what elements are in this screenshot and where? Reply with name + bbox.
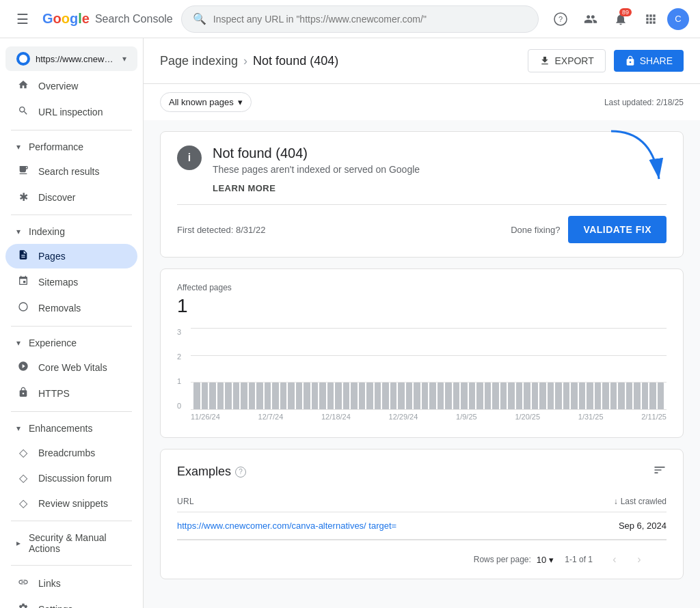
chart-bar	[327, 383, 334, 409]
page-info: 1-1 of 1	[565, 555, 593, 564]
chart-bar	[642, 383, 649, 409]
sidebar-item-search-results[interactable]: Search results	[5, 159, 137, 184]
x-label-6: 1/31/25	[578, 413, 604, 424]
home-icon	[16, 79, 30, 93]
status-card-header: i Not found (404) These pages aren't ind…	[177, 146, 667, 193]
enhancements-arrow: ▾	[16, 424, 21, 433]
rows-per-page-label: Rows per page:	[474, 555, 531, 564]
chart-bar	[548, 383, 554, 409]
performance-arrow: ▾	[16, 142, 21, 152]
examples-info-icon[interactable]: ?	[235, 467, 246, 478]
sidebar-item-core-web-vitals[interactable]: Core Web Vitals	[5, 355, 137, 380]
sidebar-item-pages[interactable]: Pages	[5, 244, 137, 268]
property-text: https://www.cnewcome...	[36, 54, 117, 64]
sidebar-item-url-inspection[interactable]: URL inspection	[5, 100, 137, 124]
notifications-icon-button[interactable]: 89	[607, 5, 634, 33]
filter-icon[interactable]	[653, 463, 667, 480]
status-card-footer: First detected: 8/31/22 Done fixing? VAL…	[177, 204, 667, 243]
menu-icon[interactable]: ☰	[11, 5, 34, 33]
chart-bar	[492, 383, 499, 409]
chart-bar	[539, 383, 546, 409]
col-url-header: URL	[177, 497, 194, 506]
chart-bar	[406, 383, 413, 409]
status-description: These pages aren't indexed or served on …	[213, 164, 420, 175]
validate-fix-button[interactable]: VALIDATE FIX	[568, 216, 667, 243]
sidebar-section-performance[interactable]: ▾ Performance	[5, 136, 137, 158]
security-arrow: ▸	[16, 538, 21, 548]
chart-card: Affected pages 1 3 2 1 0	[160, 268, 684, 438]
share-button[interactable]: SHARE	[614, 50, 684, 72]
sidebar-item-overview[interactable]: Overview	[5, 74, 137, 98]
sidebar-label-security: Security & Manual Actions	[29, 532, 126, 554]
sidebar-item-sitemaps[interactable]: Sitemaps	[5, 270, 137, 294]
sidebar-label-review-snippets: Review snippets	[38, 498, 108, 509]
chart-bar	[217, 383, 224, 409]
chart-bar	[422, 383, 429, 409]
avatar[interactable]: C	[667, 8, 689, 30]
chart-bar	[516, 383, 523, 409]
sidebar-item-settings[interactable]: Settings	[5, 597, 137, 608]
last-updated: Last updated: 2/18/25	[604, 98, 684, 107]
breadcrumb-parent[interactable]: Page indexing	[160, 54, 238, 68]
status-card: i Not found (404) These pages aren't ind…	[160, 131, 684, 258]
sidebar-item-review-snippets[interactable]: ◇ Review snippets	[5, 491, 137, 515]
sidebar-item-https[interactable]: HTTPS	[5, 381, 137, 406]
sitemaps-icon	[16, 275, 30, 289]
chart-bar	[508, 383, 515, 409]
prev-page-button[interactable]: ‹	[604, 549, 625, 570]
status-icon: i	[177, 146, 202, 170]
help-icon-button[interactable]: ?	[547, 5, 574, 33]
table-url[interactable]: https://www.cnewcomer.com/canva-alternat…	[177, 521, 396, 531]
chart-bar	[626, 383, 633, 409]
chart-card-body: Affected pages 1 3 2 1 0	[161, 269, 683, 437]
all-known-pages-filter[interactable]: All known pages ▾	[160, 92, 252, 112]
sidebar-label-url-inspection: URL inspection	[38, 107, 103, 118]
sidebar-section-indexing[interactable]: ▾ Indexing	[5, 221, 137, 243]
y-label-1: 1	[177, 377, 191, 385]
col-crawled-header[interactable]: ↓ Last crawled	[614, 497, 667, 506]
chart-bar	[602, 383, 609, 409]
share-icon	[625, 55, 636, 66]
sidebar-item-discussion-forum[interactable]: ◇ Discussion forum	[5, 466, 137, 490]
chart-bar	[634, 383, 641, 409]
url-search-bar[interactable]: 🔍	[181, 5, 539, 33]
logo-g: G	[42, 11, 53, 27]
chart-bar	[249, 383, 256, 409]
crawled-arrow-icon: ↓	[614, 497, 618, 506]
sidebar-item-links[interactable]: Links	[5, 571, 137, 596]
sidebar-item-breadcrumbs[interactable]: ◇ Breadcrumbs	[5, 441, 137, 465]
chart-bar	[500, 383, 507, 409]
chart-bar	[461, 383, 468, 409]
search-input[interactable]	[213, 14, 527, 25]
rows-per-page-select[interactable]: 10 ▾	[537, 555, 554, 565]
chart-bar	[280, 383, 287, 409]
sidebar-label-core-web-vitals: Core Web Vitals	[38, 362, 107, 373]
sidebar-item-discover[interactable]: ✱ Discover	[5, 185, 137, 209]
next-page-button[interactable]: ›	[628, 549, 650, 570]
affected-count: 1	[177, 295, 667, 317]
chart-bar	[476, 383, 483, 409]
export-button[interactable]: EXPORT	[528, 49, 605, 72]
examples-card-body: Examples ? URL ↓ Last crawled	[161, 450, 683, 540]
chart-bar	[524, 383, 530, 409]
chart-bar	[571, 383, 578, 409]
learn-more-link[interactable]: LEARN MORE	[213, 183, 275, 193]
first-detected: First detected: 8/31/22	[177, 225, 265, 235]
chart-bar	[209, 383, 216, 409]
filter-label: All known pages	[169, 97, 234, 107]
apps-icon-button[interactable]	[637, 5, 664, 33]
people-icon	[584, 12, 597, 26]
people-icon-button[interactable]	[577, 5, 604, 33]
status-card-wrapper: i Not found (404) These pages aren't ind…	[144, 131, 700, 258]
discover-icon: ✱	[16, 191, 30, 204]
sidebar-item-removals[interactable]: Removals	[5, 296, 137, 320]
property-selector[interactable]: https://www.cnewcome... ▾	[5, 46, 137, 71]
search-results-icon	[16, 165, 30, 178]
sidebar-section-experience[interactable]: ▾ Experience	[5, 332, 137, 354]
sidebar-section-enhancements[interactable]: ▾ Enhancements	[5, 417, 137, 439]
validate-fix-wrapper: VALIDATE FIX	[568, 216, 667, 243]
examples-card: Examples ? URL ↓ Last crawled	[160, 449, 684, 579]
sidebar-label-search-results: Search results	[38, 166, 99, 177]
chart-bar	[595, 383, 602, 409]
sidebar-section-security[interactable]: ▸ Security & Manual Actions	[5, 527, 137, 559]
